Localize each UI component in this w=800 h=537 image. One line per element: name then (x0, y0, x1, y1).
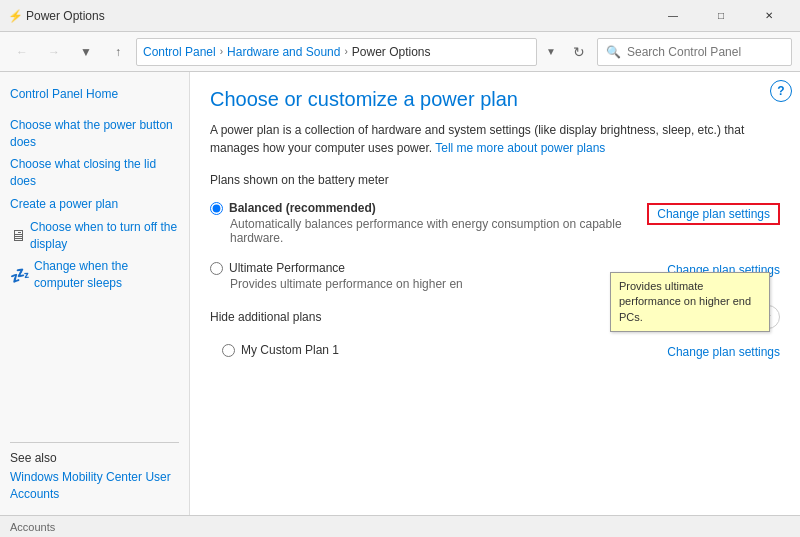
plans-section-label: Plans shown on the battery meter (210, 173, 780, 187)
plan-radio-input-custom[interactable] (222, 344, 235, 357)
plan-radio-balanced[interactable]: Balanced (recommended) (210, 201, 647, 215)
plan-radio-input-balanced[interactable] (210, 202, 223, 215)
back-button[interactable]: ← (8, 38, 36, 66)
close-button[interactable]: ✕ (746, 0, 792, 32)
page-title: Choose or customize a power plan (210, 88, 780, 111)
title-bar-text: Power Options (26, 9, 650, 23)
plan-info-custom: My Custom Plan 1 (222, 343, 667, 357)
main-container: Control Panel Home Choose what the power… (0, 72, 800, 515)
sidebar-item-lid[interactable]: Choose what closing the lid does (10, 154, 179, 192)
plan-radio-ultimate[interactable]: Ultimate Performance (210, 261, 667, 275)
plan-description-ultimate: Provides ultimate performance on higher … (230, 277, 667, 291)
maximize-button[interactable]: □ (698, 0, 744, 32)
sidebar-divider (10, 442, 179, 443)
search-icon: 🔍 (606, 45, 621, 59)
up-button[interactable]: ↑ (104, 38, 132, 66)
title-bar-icon: ⚡ (8, 9, 22, 23)
plan-info-ultimate: Ultimate Performance Provides ultimate p… (210, 261, 667, 291)
tooltip: Provides ultimate performance on higher … (610, 272, 770, 332)
sidebar-item-create-plan[interactable]: Create a power plan (10, 194, 179, 215)
see-also-label: See also (10, 451, 179, 465)
plan-radio-input-ultimate[interactable] (210, 262, 223, 275)
breadcrumb: Control Panel › Hardware and Sound › Pow… (136, 38, 537, 66)
plan-name-balanced: Balanced (recommended) (229, 201, 376, 215)
plan-radio-custom[interactable]: My Custom Plan 1 (222, 343, 667, 357)
sidebar-item-mobility-center[interactable]: Windows Mobility Center (10, 468, 142, 486)
page-description: A power plan is a collection of hardware… (210, 121, 780, 157)
refresh-button[interactable]: ↻ (565, 38, 593, 66)
change-plan-custom[interactable]: Change plan settings (667, 345, 780, 359)
address-bar: ← → ▼ ↑ Control Panel › Hardware and Sou… (0, 32, 800, 72)
sidebar: Control Panel Home Choose what the power… (0, 72, 190, 515)
sidebar-item-power-button[interactable]: Choose what the power button does (10, 115, 179, 153)
learn-more-link[interactable]: Tell me more about power plans (435, 141, 605, 155)
plan-name-custom: My Custom Plan 1 (241, 343, 339, 357)
title-bar-controls: — □ ✕ (650, 0, 792, 32)
sidebar-item-turn-off-display[interactable]: Choose when to turn off the display (30, 217, 179, 255)
status-bar: Accounts (0, 515, 800, 537)
status-text: Accounts (10, 521, 55, 533)
search-input[interactable] (627, 45, 783, 59)
change-plan-balanced[interactable]: Change plan settings (657, 207, 770, 221)
title-bar: ⚡ Power Options — □ ✕ (0, 0, 800, 32)
minimize-button[interactable]: — (650, 0, 696, 32)
sidebar-item-sleep[interactable]: Change when the computer sleeps (34, 256, 179, 294)
breadcrumb-dropdown-button[interactable]: ▼ (541, 38, 561, 66)
content-area: ? Choose or customize a power plan A pow… (190, 72, 800, 515)
plan-info-balanced: Balanced (recommended) Automatically bal… (210, 201, 647, 245)
breadcrumb-control-panel[interactable]: Control Panel (143, 45, 216, 59)
sidebar-item-home[interactable]: Control Panel Home (10, 84, 179, 105)
tooltip-text: Provides ultimate performance on higher … (619, 280, 751, 323)
help-button[interactable]: ? (770, 80, 792, 102)
monitor-icon: 🖥 (10, 227, 26, 245)
recent-button[interactable]: ▼ (72, 38, 100, 66)
search-box: 🔍 (597, 38, 792, 66)
plan-row-balanced: Balanced (recommended) Automatically bal… (210, 197, 780, 249)
plan-description-balanced: Automatically balances performance with … (230, 217, 647, 245)
breadcrumb-current: Power Options (352, 45, 431, 59)
see-also-section: See also Windows Mobility Center User Ac… (10, 414, 179, 503)
sleep-icon: 💤 (10, 266, 30, 285)
plan-name-ultimate: Ultimate Performance (229, 261, 345, 275)
breadcrumb-hardware-sound[interactable]: Hardware and Sound (227, 45, 340, 59)
forward-button[interactable]: → (40, 38, 68, 66)
plan-row-custom: My Custom Plan 1 Change plan settings (210, 339, 780, 363)
